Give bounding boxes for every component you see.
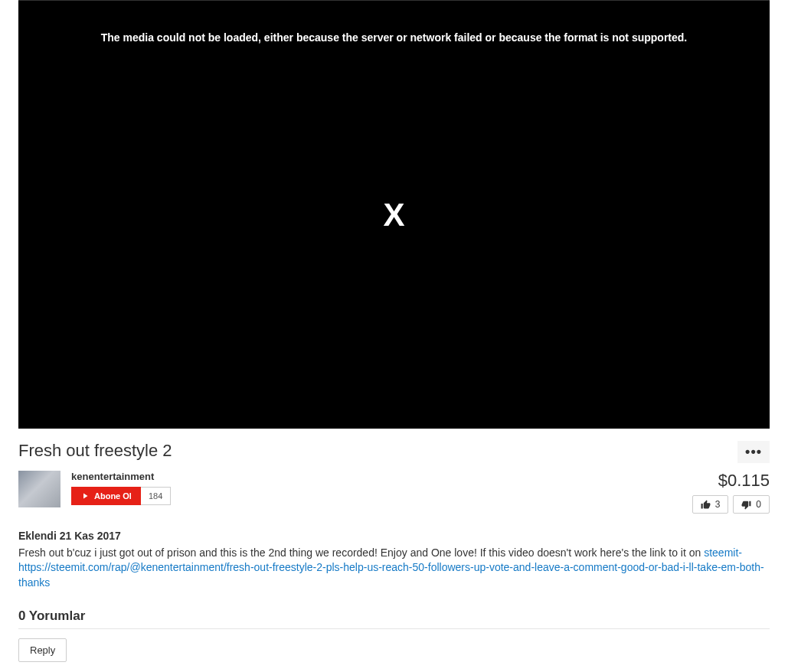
upload-date: Eklendi 21 Kas 2017 <box>18 529 770 544</box>
comments-header: 0 Yorumlar <box>18 608 770 629</box>
more-options-button[interactable]: ••• <box>737 441 770 463</box>
thumbs-up-icon <box>701 500 711 510</box>
like-count: 3 <box>715 499 721 510</box>
dislike-button[interactable]: 0 <box>733 495 770 514</box>
thumbs-down-icon <box>741 500 751 510</box>
earnings-amount: $0.115 <box>692 471 770 491</box>
like-button[interactable]: 3 <box>692 495 729 514</box>
subscriber-count: 184 <box>141 487 171 505</box>
reply-button[interactable]: Reply <box>18 638 67 662</box>
subscribe-button[interactable]: Abone Ol <box>71 487 141 505</box>
video-title: Fresh out freestyle 2 <box>18 441 172 461</box>
dislike-count: 0 <box>756 499 761 510</box>
video-player[interactable]: The media could not be loaded, either be… <box>18 0 770 429</box>
subscribe-label: Abone Ol <box>94 491 132 501</box>
uploader-name-link[interactable]: kenentertainment <box>71 471 171 482</box>
play-icon <box>80 491 90 501</box>
video-error-icon: X <box>383 197 404 233</box>
video-error-message: The media could not be loaded, either be… <box>18 1 770 44</box>
description-text: Fresh out b'cuz i just got out of prison… <box>18 546 704 559</box>
uploader-avatar[interactable] <box>18 471 60 507</box>
video-description: Eklendi 21 Kas 2017 Fresh out b'cuz i ju… <box>18 529 770 590</box>
